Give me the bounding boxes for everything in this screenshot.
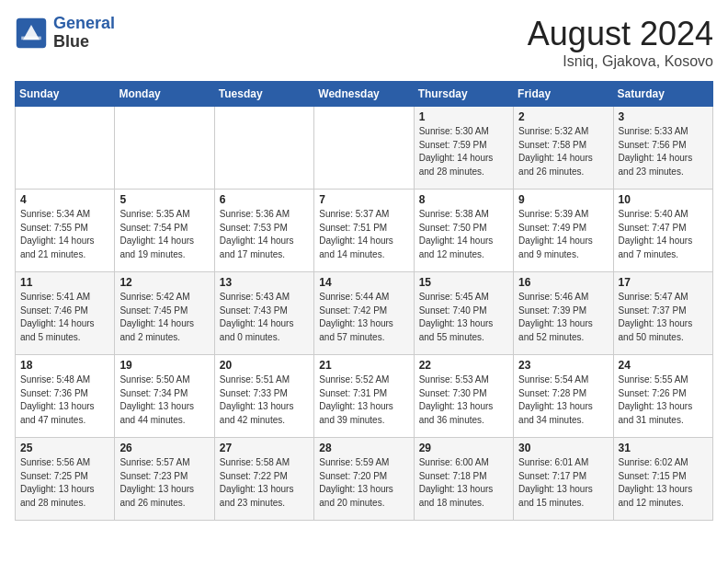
calendar-day-cell: 7Sunrise: 5:37 AM Sunset: 7:51 PM Daylig… (314, 190, 414, 272)
calendar-day-cell: 22Sunrise: 5:53 AM Sunset: 7:30 PM Dayli… (414, 355, 513, 438)
day-info: Sunrise: 6:02 AM Sunset: 7:15 PM Dayligh… (619, 456, 708, 510)
day-info: Sunrise: 5:33 AM Sunset: 7:56 PM Dayligh… (619, 125, 708, 178)
day-number: 22 (419, 359, 508, 372)
day-number: 18 (20, 359, 109, 372)
day-info: Sunrise: 5:52 AM Sunset: 7:31 PM Dayligh… (319, 373, 408, 427)
day-info: Sunrise: 5:35 AM Sunset: 7:54 PM Dayligh… (119, 208, 209, 261)
svg-rect-2 (21, 36, 41, 40)
day-info: Sunrise: 5:39 AM Sunset: 7:49 PM Dayligh… (518, 208, 608, 261)
calendar-week-row: 25Sunrise: 5:56 AM Sunset: 7:25 PM Dayli… (16, 438, 713, 521)
calendar-day-cell: 12Sunrise: 5:42 AM Sunset: 7:45 PM Dayli… (115, 272, 214, 355)
logo-text: General Blue (53, 15, 115, 52)
day-number: 29 (419, 442, 508, 454)
logo: General Blue (15, 15, 115, 52)
day-info: Sunrise: 5:40 AM Sunset: 7:47 PM Dayligh… (619, 208, 708, 261)
weekday-header: Saturday (613, 82, 712, 107)
day-number: 2 (518, 110, 608, 123)
weekday-header: Friday (514, 82, 613, 107)
day-number: 20 (220, 359, 309, 372)
location: Isniq, Gjakova, Kosovo (528, 53, 713, 70)
day-number: 16 (518, 276, 608, 289)
day-number: 1 (419, 110, 508, 123)
day-info: Sunrise: 5:58 AM Sunset: 7:22 PM Dayligh… (220, 456, 309, 510)
calendar-table: SundayMondayTuesdayWednesdayThursdayFrid… (15, 81, 713, 521)
calendar-day-cell: 3Sunrise: 5:33 AM Sunset: 7:56 PM Daylig… (613, 107, 712, 190)
calendar-day-cell: 31Sunrise: 6:02 AM Sunset: 7:15 PM Dayli… (613, 438, 712, 521)
day-info: Sunrise: 6:01 AM Sunset: 7:17 PM Dayligh… (518, 456, 608, 510)
calendar-day-cell (214, 107, 313, 190)
calendar-day-cell: 25Sunrise: 5:56 AM Sunset: 7:25 PM Dayli… (16, 438, 115, 521)
weekday-header: Tuesday (214, 82, 313, 107)
logo-line2: Blue (53, 33, 115, 52)
day-info: Sunrise: 5:50 AM Sunset: 7:34 PM Dayligh… (119, 373, 209, 427)
day-info: Sunrise: 5:57 AM Sunset: 7:23 PM Dayligh… (119, 456, 209, 510)
day-number: 31 (619, 442, 708, 454)
calendar-day-cell: 30Sunrise: 6:01 AM Sunset: 7:17 PM Dayli… (514, 438, 613, 521)
calendar-day-cell: 10Sunrise: 5:40 AM Sunset: 7:47 PM Dayli… (613, 190, 712, 272)
calendar-day-cell: 23Sunrise: 5:54 AM Sunset: 7:28 PM Dayli… (514, 355, 613, 438)
page-header: General Blue August 2024 Isniq, Gjakova,… (15, 15, 713, 70)
calendar-day-cell: 8Sunrise: 5:38 AM Sunset: 7:50 PM Daylig… (414, 190, 513, 272)
calendar-day-cell (314, 107, 414, 190)
day-info: Sunrise: 5:45 AM Sunset: 7:40 PM Dayligh… (419, 291, 508, 344)
day-number: 9 (518, 193, 608, 206)
logo-line1: General (53, 14, 115, 32)
day-number: 26 (119, 442, 209, 454)
calendar-day-cell: 11Sunrise: 5:41 AM Sunset: 7:46 PM Dayli… (16, 272, 115, 355)
title-block: August 2024 Isniq, Gjakova, Kosovo (528, 15, 713, 70)
day-number: 13 (220, 276, 309, 289)
calendar-day-cell: 14Sunrise: 5:44 AM Sunset: 7:42 PM Dayli… (314, 272, 414, 355)
day-info: Sunrise: 5:30 AM Sunset: 7:59 PM Dayligh… (419, 125, 508, 178)
day-number: 5 (119, 193, 209, 206)
day-info: Sunrise: 5:47 AM Sunset: 7:37 PM Dayligh… (619, 291, 708, 344)
month-title: August 2024 (528, 15, 713, 53)
calendar-day-cell: 26Sunrise: 5:57 AM Sunset: 7:23 PM Dayli… (115, 438, 214, 521)
calendar-day-cell: 15Sunrise: 5:45 AM Sunset: 7:40 PM Dayli… (414, 272, 513, 355)
calendar-week-row: 1Sunrise: 5:30 AM Sunset: 7:59 PM Daylig… (16, 107, 713, 190)
calendar-day-cell: 16Sunrise: 5:46 AM Sunset: 7:39 PM Dayli… (514, 272, 613, 355)
calendar-day-cell: 20Sunrise: 5:51 AM Sunset: 7:33 PM Dayli… (214, 355, 313, 438)
day-number: 12 (119, 276, 209, 289)
calendar-day-cell: 13Sunrise: 5:43 AM Sunset: 7:43 PM Dayli… (214, 272, 313, 355)
calendar-day-cell: 5Sunrise: 5:35 AM Sunset: 7:54 PM Daylig… (115, 190, 214, 272)
day-number: 8 (419, 193, 508, 206)
day-info: Sunrise: 5:55 AM Sunset: 7:26 PM Dayligh… (619, 373, 708, 427)
day-info: Sunrise: 5:36 AM Sunset: 7:53 PM Dayligh… (220, 208, 309, 261)
day-number: 30 (518, 442, 608, 454)
calendar-day-cell: 9Sunrise: 5:39 AM Sunset: 7:49 PM Daylig… (514, 190, 613, 272)
day-number: 7 (319, 193, 408, 206)
day-number: 10 (619, 193, 708, 206)
calendar-day-cell: 24Sunrise: 5:55 AM Sunset: 7:26 PM Dayli… (613, 355, 712, 438)
day-number: 21 (319, 359, 408, 372)
day-info: Sunrise: 5:53 AM Sunset: 7:30 PM Dayligh… (419, 373, 508, 427)
calendar-day-cell: 27Sunrise: 5:58 AM Sunset: 7:22 PM Dayli… (214, 438, 313, 521)
day-number: 4 (20, 193, 109, 206)
calendar-day-cell: 4Sunrise: 5:34 AM Sunset: 7:55 PM Daylig… (16, 190, 115, 272)
calendar-day-cell: 29Sunrise: 6:00 AM Sunset: 7:18 PM Dayli… (414, 438, 513, 521)
day-number: 11 (20, 276, 109, 289)
calendar-day-cell (115, 107, 214, 190)
day-info: Sunrise: 5:43 AM Sunset: 7:43 PM Dayligh… (220, 291, 309, 344)
weekday-header-row: SundayMondayTuesdayWednesdayThursdayFrid… (16, 82, 713, 107)
day-info: Sunrise: 5:32 AM Sunset: 7:58 PM Dayligh… (518, 125, 608, 178)
day-number: 28 (319, 442, 408, 454)
weekday-header: Sunday (16, 82, 115, 107)
calendar-week-row: 4Sunrise: 5:34 AM Sunset: 7:55 PM Daylig… (16, 190, 713, 272)
day-number: 25 (20, 442, 109, 454)
day-number: 23 (518, 359, 608, 372)
day-number: 27 (220, 442, 309, 454)
day-number: 3 (619, 110, 708, 123)
calendar-day-cell (16, 107, 115, 190)
calendar-day-cell: 1Sunrise: 5:30 AM Sunset: 7:59 PM Daylig… (414, 107, 513, 190)
day-number: 15 (419, 276, 508, 289)
weekday-header: Wednesday (314, 82, 414, 107)
day-info: Sunrise: 5:38 AM Sunset: 7:50 PM Dayligh… (419, 208, 508, 261)
day-info: Sunrise: 5:59 AM Sunset: 7:20 PM Dayligh… (319, 456, 408, 510)
calendar-day-cell: 6Sunrise: 5:36 AM Sunset: 7:53 PM Daylig… (214, 190, 313, 272)
calendar-day-cell: 28Sunrise: 5:59 AM Sunset: 7:20 PM Dayli… (314, 438, 414, 521)
day-info: Sunrise: 5:42 AM Sunset: 7:45 PM Dayligh… (119, 291, 209, 344)
calendar-week-row: 18Sunrise: 5:48 AM Sunset: 7:36 PM Dayli… (16, 355, 713, 438)
day-number: 6 (220, 193, 309, 206)
calendar-day-cell: 2Sunrise: 5:32 AM Sunset: 7:58 PM Daylig… (514, 107, 613, 190)
day-info: Sunrise: 5:44 AM Sunset: 7:42 PM Dayligh… (319, 291, 408, 344)
